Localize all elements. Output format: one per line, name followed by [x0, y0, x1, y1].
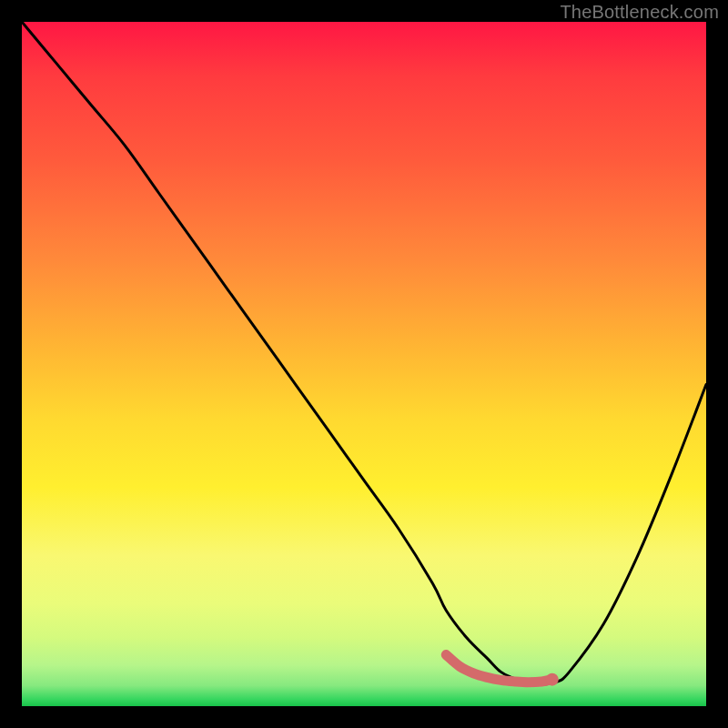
bottleneck-curve	[22, 22, 706, 685]
optimal-range-marker	[446, 655, 552, 682]
gradient-plot-area	[22, 22, 706, 706]
optimal-end-dot-icon	[546, 673, 559, 686]
watermark-text: TheBottleneck.com	[560, 2, 719, 23]
curve-layer	[22, 22, 706, 706]
chart-frame: TheBottleneck.com	[0, 0, 728, 728]
